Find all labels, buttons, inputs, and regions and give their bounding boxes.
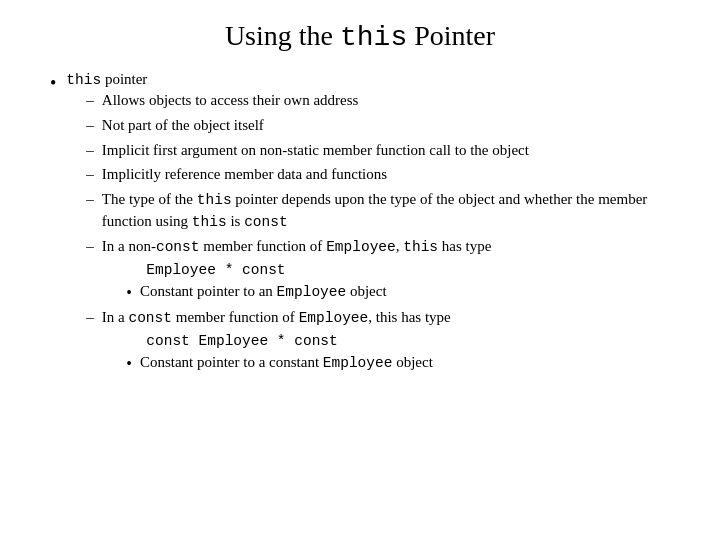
employee-code-sb2: Employee (323, 355, 393, 371)
main-bullet-code: this pointer (66, 71, 147, 87)
main-bullet: • this pointer – Allows objects to acces… (50, 71, 680, 378)
slide: Using the this Pointer • this pointer – … (0, 0, 720, 540)
sub-list: – Allows objects to access their own add… (66, 90, 680, 375)
sub-bullet-text-1: Constant pointer to an Employee object (140, 281, 387, 303)
sub-bullet-dot-1: • (126, 281, 132, 304)
title-suffix: Pointer (407, 20, 495, 51)
dash-content-3: Implicit first argument on non-static me… (102, 140, 680, 162)
dash-3: – (86, 140, 94, 162)
const-code-7: const (128, 310, 172, 326)
employee-code-sb1: Employee (277, 284, 347, 300)
const-code-5c: const (244, 214, 288, 230)
const-employee-const-block: const Employee * const (86, 332, 680, 349)
dash-content-5: The type of the this pointer depends upo… (102, 189, 680, 233)
dash-content-1: Allows objects to access their own addre… (102, 90, 680, 112)
dash-item-2: – Not part of the object itself (86, 115, 680, 137)
this-code-5b: this (192, 214, 227, 230)
dash-2: – (86, 115, 94, 137)
sub-bullet-dot-2: • (126, 352, 132, 375)
const-code-6: const (156, 239, 200, 255)
title-code: this (340, 22, 407, 53)
slide-title: Using the this Pointer (40, 20, 680, 53)
employee-const-code: Employee * const (146, 262, 285, 278)
dash-4: – (86, 164, 94, 186)
dash-item-4: – Implicitly reference member data and f… (86, 164, 680, 186)
dash-5: – (86, 189, 94, 211)
dash-item-5: – The type of the this pointer depends u… (86, 189, 680, 233)
dash-content-2: Not part of the object itself (102, 115, 680, 137)
dash-item-7: – In a const member function of Employee… (86, 307, 680, 329)
dash-content-6: In a non-const member function of Employ… (102, 236, 680, 258)
dash-content-7: In a const member function of Employee, … (102, 307, 680, 329)
title-prefix: Using the (225, 20, 340, 51)
const-employee-const-code: const Employee * const (146, 333, 337, 349)
employee-code-6: Employee (326, 239, 396, 255)
dash-item-6: – In a non-const member function of Empl… (86, 236, 680, 258)
this-code-5a: this (197, 192, 232, 208)
dash-6: – (86, 236, 94, 258)
dash-content-4: Implicitly reference member data and fun… (102, 164, 680, 186)
dash-1: – (86, 90, 94, 112)
dash-item-3: – Implicit first argument on non-static … (86, 140, 680, 162)
sub-bullet-1: • Constant pointer to an Employee object (86, 281, 680, 304)
employee-code-7: Employee (299, 310, 369, 326)
bullet-dot: • (50, 71, 56, 96)
main-bullet-content: this pointer – Allows objects to access … (66, 71, 680, 378)
dash-item-1: – Allows objects to access their own add… (86, 90, 680, 112)
this-code-6: this (403, 239, 438, 255)
employee-const-block: Employee * const (86, 261, 680, 278)
sub-bullet-2: • Constant pointer to a constant Employe… (86, 352, 680, 375)
dash-7: – (86, 307, 94, 329)
slide-content: • this pointer – Allows objects to acces… (40, 71, 680, 382)
sub-bullet-text-2: Constant pointer to a constant Employee … (140, 352, 433, 374)
